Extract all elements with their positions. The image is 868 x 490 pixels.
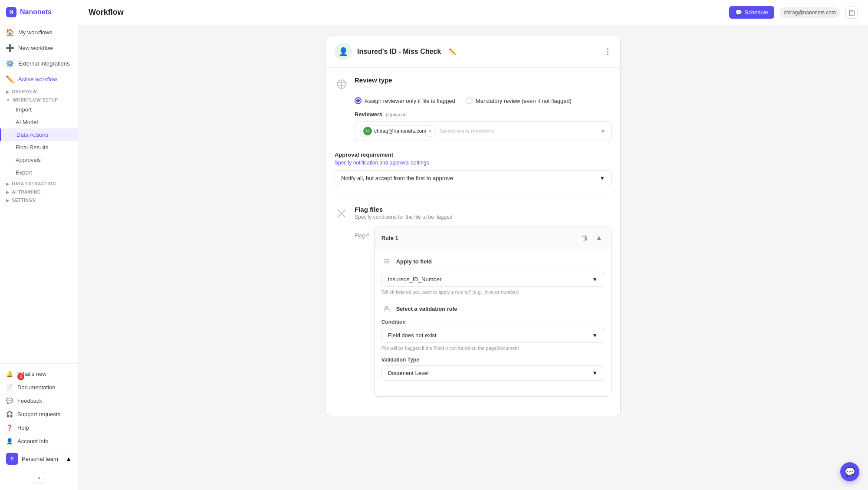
sidebar-item-new-workflow[interactable]: ➕ New workflow (0, 40, 78, 56)
help-label: Help (17, 424, 29, 431)
card-header: 👤 Insured's ID - Miss Check ✏️ ⋮ (326, 36, 620, 68)
sidebar-item-whats-new[interactable]: 🔔 3 What's new (0, 367, 78, 381)
sidebar-navigation: 🏠 My workflows ➕ New workflow ⚙️ Externa… (0, 24, 78, 363)
sidebar-item-documentation[interactable]: 📄 Documentation (0, 381, 78, 394)
condition-label: Condition (381, 319, 604, 325)
condition-dropdown-arrow: ▼ (592, 332, 598, 339)
sidebar-item-final-results[interactable]: Final Results (0, 141, 78, 154)
overview-arrow-icon: ▶ (6, 90, 10, 94)
ai-training-arrow-icon: ▶ (6, 190, 10, 194)
sidebar-section-overview[interactable]: ▶ OVERVIEW (0, 87, 78, 95)
sidebar-section-workflow-setup[interactable]: ▼ WORKFLOW SETUP (0, 95, 78, 103)
apply-field-icon (381, 256, 392, 266)
approvals-label: Approvals (16, 157, 41, 163)
reviewer-email: chirag@nanonets.com (374, 128, 426, 134)
sidebar-collapse-button[interactable]: « (33, 472, 45, 484)
sidebar-label-external-integrations: External integrations (18, 60, 70, 67)
rule-collapse-button[interactable]: ▲ (594, 232, 604, 243)
sidebar-item-help[interactable]: ❓ Help (0, 421, 78, 434)
export-label: Export (16, 169, 32, 176)
sidebar-label-my-workflows: My workflows (18, 29, 52, 36)
sidebar-item-export[interactable]: Export (0, 166, 78, 179)
reviewers-dropdown-arrow: ▼ (600, 128, 606, 135)
chat-bubble-button[interactable]: 💬 (840, 462, 859, 481)
radio-assign-if-flagged[interactable]: Assign reviewer only if file is flagged (355, 97, 455, 104)
app-name: Nanonets (20, 8, 52, 16)
validation-type-dropdown-arrow: ▼ (592, 370, 598, 376)
sidebar-section-ai-training[interactable]: ▶ AI TRAINING (0, 187, 78, 195)
validation-type-value: Document Level (388, 370, 429, 376)
sidebar-item-external-integrations[interactable]: ⚙️ External integrations (0, 56, 78, 71)
reviewers-input[interactable]: C chirag@nanonets.com × Select team memb… (355, 121, 612, 141)
team-expand-icon: ▲ (66, 455, 72, 462)
sidebar-item-support-requests[interactable]: 🎧 Support requests (0, 408, 78, 421)
rule-actions: 🗑 ▲ (580, 232, 604, 243)
data-extraction-arrow-icon: ▶ (6, 182, 10, 186)
radio-mandatory[interactable]: Mandatory review (even if not flagged) (466, 97, 572, 104)
schedule-label: Schedule (745, 9, 768, 16)
rule-delete-button[interactable]: 🗑 (580, 232, 590, 243)
approval-dropdown[interactable]: Notify all, but accept from the first to… (335, 170, 612, 186)
select-team-members-placeholder: Select team members (439, 128, 596, 135)
sidebar-item-account-info[interactable]: 👤 Account info (0, 434, 78, 448)
card-menu-button[interactable]: ⋮ (604, 47, 612, 56)
flag-files-icon (335, 207, 349, 220)
card-edit-icon[interactable]: ✏️ (449, 48, 456, 55)
condition-value: Field does not exist (388, 332, 437, 339)
sidebar-item-import[interactable]: Import (0, 103, 78, 116)
sidebar-item-approvals[interactable]: Approvals (0, 154, 78, 166)
sidebar-item-data-actions[interactable]: Data Actions (0, 128, 78, 141)
data-actions-label: Data Actions (16, 132, 48, 138)
app-logo[interactable]: N Nanonets (0, 0, 78, 24)
sidebar-item-active-workflow[interactable]: ✏️ Active workflow (0, 71, 78, 87)
user-email-display: chirag@nanonets.com (779, 7, 840, 18)
support-requests-label: Support requests (17, 411, 60, 418)
apply-to-field-header: Apply to field (381, 256, 604, 266)
sidebar-item-my-workflows[interactable]: 🏠 My workflows (0, 24, 78, 40)
flag-files-info: Flag files Specify conditions for the fi… (355, 206, 452, 220)
sidebar-item-feedback[interactable]: 💬 Feedback (0, 394, 78, 408)
overview-label: OVERVIEW (12, 89, 37, 94)
optional-tag: (Optional) (386, 112, 407, 117)
card-title: Insured's ID - Miss Check (357, 48, 441, 56)
apply-to-field-dropdown[interactable]: Insureds_ID_Number ▼ (381, 272, 604, 287)
review-type-icon (335, 77, 349, 91)
feedback-label: Feedback (17, 398, 42, 404)
review-type-radio-group: Assign reviewer only if file is flagged … (355, 97, 612, 104)
sidebar: N Nanonets 🏠 My workflows ➕ New workflow… (0, 0, 78, 490)
rule-card: Rule 1 🗑 ▲ (374, 227, 612, 397)
apply-to-field-dropdown-arrow: ▼ (592, 276, 598, 283)
radio-label-mandatory: Mandatory review (even if not flagged) (476, 98, 572, 104)
final-results-label: Final Results (16, 144, 48, 151)
card-avatar-icon: 👤 (335, 43, 352, 60)
sidebar-section-settings[interactable]: ▶ SETTINGS (0, 195, 78, 204)
validation-rule-title: Select a validation rule (396, 306, 457, 312)
sidebar-item-ai-model[interactable]: AI Model (0, 116, 78, 128)
main-content: Workflow 💬 Schedule chirag@nanonets.com … (78, 0, 868, 490)
validation-type-dropdown[interactable]: Document Level ▼ (381, 365, 604, 381)
apply-to-field-hint: Which field do you want to apply a rule … (381, 289, 604, 295)
reviewer-remove-button[interactable]: × (428, 128, 432, 135)
review-type-info: Review type (355, 76, 392, 85)
apply-to-field-title: Apply to field (396, 258, 432, 265)
ai-training-label: AI TRAINING (12, 190, 41, 194)
copy-button[interactable]: 📋 (845, 7, 858, 19)
team-section[interactable]: P Personal team ▲ (0, 448, 78, 469)
condition-hint: File will be flagged if the Field is not… (381, 345, 604, 351)
apply-to-field-subsection: Apply to field Insureds_ID_Number ▼ Whic… (381, 256, 604, 295)
sidebar-bottom: 🔔 3 What's new 📄 Documentation 💬 Feedbac… (0, 363, 78, 490)
review-type-section: Review type Assign reviewer only if file… (335, 76, 612, 141)
flag-files-subtitle: Specify conditions for the file to be fl… (355, 214, 452, 220)
reviewer-chip: C chirag@nanonets.com × (360, 125, 436, 137)
condition-dropdown[interactable]: Field does not exist ▼ (381, 328, 604, 343)
approval-dropdown-arrow: ▼ (599, 175, 605, 181)
import-label: Import (16, 106, 32, 113)
radio-circle-selected (355, 97, 362, 104)
rule-title: Rule 1 (381, 235, 398, 241)
approval-settings-link[interactable]: Specify notification and approval settin… (335, 160, 612, 166)
home-icon: 🏠 (6, 28, 14, 36)
settings-arrow-icon: ▶ (6, 198, 10, 203)
sidebar-section-data-extraction[interactable]: ▶ DATA EXTRACTION (0, 179, 78, 187)
schedule-button[interactable]: 💬 Schedule (729, 6, 774, 19)
integrations-icon: ⚙️ (6, 59, 14, 67)
